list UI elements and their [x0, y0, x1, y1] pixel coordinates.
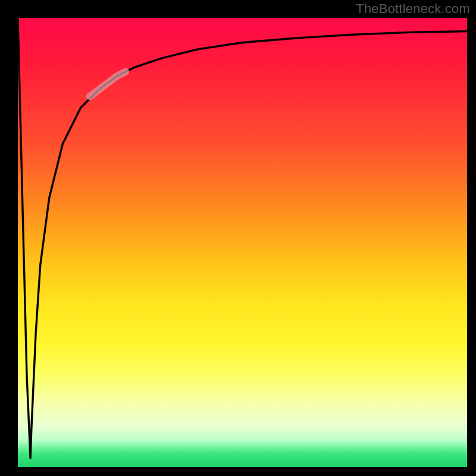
- plot-area: [18, 18, 467, 467]
- watermark-text: TheBottleneck.com: [356, 1, 470, 17]
- highlight-segment-path: [90, 72, 126, 97]
- chart-frame: TheBottleneck.com: [0, 0, 476, 476]
- curve-svg: [18, 18, 467, 467]
- main-curve-path: [18, 18, 467, 458]
